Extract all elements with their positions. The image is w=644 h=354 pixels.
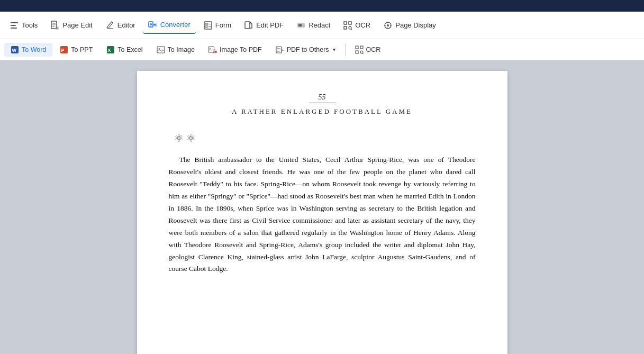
- pdf-others-icon: [276, 46, 284, 54]
- to-image-label: To Image: [168, 46, 195, 53]
- svg-rect-2: [11, 28, 17, 29]
- svg-rect-14: [156, 23, 157, 27]
- page-edit-label: Page Edit: [62, 21, 92, 29]
- toolbar-item-ocr[interactable]: OCR: [338, 17, 376, 33]
- sub-item-to-excel[interactable]: X To Excel: [100, 43, 149, 57]
- page-number-area: 55: [169, 92, 476, 103]
- form-label: Form: [215, 21, 231, 29]
- svg-point-29: [387, 24, 389, 26]
- redact-icon: [296, 21, 306, 30]
- svg-rect-51: [360, 46, 363, 49]
- toolbar-item-page-edit[interactable]: Page Edit: [45, 17, 97, 33]
- ocr-sub-label: OCR: [366, 46, 381, 53]
- redact-label: Redact: [309, 21, 330, 29]
- tools-icon: [10, 21, 19, 30]
- page-display-label: Page Display: [395, 21, 436, 29]
- svg-line-27: [351, 29, 352, 30]
- edit-pdf-label: Edit PDF: [256, 21, 284, 29]
- svg-line-54: [362, 53, 363, 53]
- toolbar-item-page-display[interactable]: Page Display: [378, 17, 441, 33]
- pdf-to-others-chevron-icon: ▾: [333, 47, 335, 52]
- pdf-to-others-label: PDF to Others: [287, 46, 329, 53]
- to-ppt-label: To PPT: [71, 46, 93, 53]
- ocr-label: OCR: [355, 21, 370, 29]
- svg-rect-40: [157, 47, 165, 53]
- page-number-line: [309, 103, 335, 103]
- sub-item-pdf-to-others[interactable]: PDF to Others ▾: [269, 43, 342, 57]
- svg-text:W: W: [12, 48, 17, 53]
- toolbar-item-tools[interactable]: Tools: [4, 17, 43, 33]
- sub-toolbar: W To Word P To PPT X To Excel: [0, 39, 644, 60]
- toolbar-item-edit-pdf[interactable]: Edit PDF: [239, 17, 289, 33]
- chapter-title: A RATHER ENLARGED FOOTBALL GAME: [169, 107, 476, 116]
- svg-rect-20: [245, 22, 250, 29]
- page-display-icon: [383, 21, 393, 30]
- body-text: The British ambassador to the United Sta…: [169, 154, 476, 275]
- svg-text:X: X: [108, 48, 111, 53]
- svg-text:P: P: [61, 48, 65, 53]
- image-to-pdf-label: Image To PDF: [220, 46, 262, 53]
- body-paragraph: The British ambassador to the United Sta…: [169, 154, 476, 275]
- svg-rect-0: [11, 22, 18, 23]
- sub-item-ocr[interactable]: OCR: [349, 43, 387, 57]
- svg-rect-52: [356, 51, 358, 53]
- toolbar-item-form[interactable]: Form: [198, 17, 237, 33]
- editor-label: Editor: [117, 21, 135, 29]
- form-icon: [203, 21, 213, 30]
- toolbar-item-editor[interactable]: Editor: [100, 17, 141, 33]
- to-word-label: To Word: [22, 46, 46, 53]
- page-edit-icon: [50, 21, 60, 30]
- svg-rect-46: [276, 47, 282, 53]
- to-excel-label: To Excel: [117, 46, 142, 53]
- svg-point-26: [349, 26, 351, 29]
- sub-item-to-word[interactable]: W To Word: [4, 43, 52, 57]
- sub-item-image-to-pdf[interactable]: PDF Image To PDF: [202, 43, 268, 57]
- sub-divider: [345, 43, 346, 56]
- excel-icon: X: [106, 46, 115, 54]
- svg-text:PDF: PDF: [214, 50, 217, 53]
- edit-pdf-icon: [244, 21, 253, 30]
- ocr-icon: [343, 21, 352, 30]
- svg-rect-15: [204, 22, 212, 29]
- svg-rect-16: [205, 23, 208, 25]
- page-number: 55: [319, 93, 326, 101]
- svg-point-43: [210, 48, 211, 49]
- sub-item-to-image[interactable]: To Image: [150, 43, 201, 57]
- image-icon: [157, 46, 165, 54]
- tools-label: Tools: [22, 21, 38, 29]
- svg-rect-24: [349, 22, 351, 24]
- ppt-icon: P: [60, 46, 68, 54]
- word-icon: W: [11, 46, 19, 54]
- top-bar: [0, 0, 644, 12]
- main-toolbar: Tools Page Edit Editor: [0, 12, 644, 39]
- editor-icon: [105, 21, 115, 30]
- converter-icon: [148, 20, 158, 30]
- document-page: 55 A RATHER ENLARGED FOOTBALL GAME ⚛ ⚛ T…: [137, 71, 507, 354]
- svg-rect-17: [205, 26, 208, 28]
- svg-point-53: [360, 51, 363, 53]
- ocr-icon-sub: [355, 46, 364, 54]
- toolbar-item-converter[interactable]: Converter: [143, 17, 196, 34]
- content-area: 55 A RATHER ENLARGED FOOTBALL GAME ⚛ ⚛ T…: [0, 60, 644, 354]
- image-to-pdf-icon: PDF: [208, 46, 217, 54]
- converter-label: Converter: [160, 21, 191, 29]
- svg-rect-22: [298, 24, 302, 26]
- ornament: ⚛ ⚛: [174, 132, 476, 144]
- svg-rect-50: [356, 46, 358, 49]
- svg-rect-23: [344, 22, 347, 24]
- svg-rect-1: [11, 25, 16, 26]
- svg-rect-25: [344, 26, 347, 29]
- sub-item-to-ppt[interactable]: P To PPT: [53, 43, 99, 57]
- toolbar-item-redact[interactable]: Redact: [291, 17, 335, 33]
